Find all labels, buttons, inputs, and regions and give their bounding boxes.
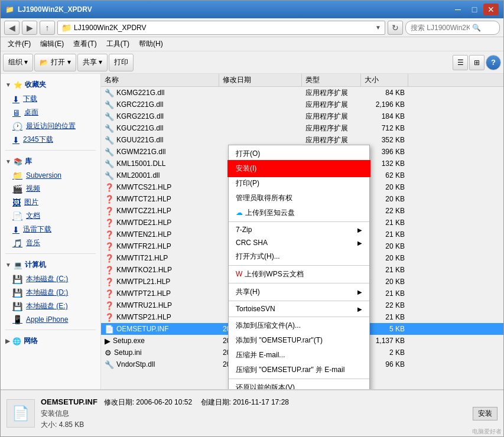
file-name: ❓ KMWTEN21.HLP [101, 230, 219, 239]
subversion-icon: 📁 [12, 171, 22, 180]
help-button[interactable]: ? [486, 55, 501, 70]
favorites-icon: ⭐ [14, 81, 22, 89]
drive-c-icon: 💾 [12, 275, 22, 284]
search-input[interactable] [411, 24, 470, 32]
context-menu-item-10[interactable]: TortoiseSVN▶ [229, 302, 369, 315]
close-button[interactable]: ✕ [483, 4, 499, 15]
address-box[interactable]: 📁 LJ1900Win2K_XPDRV ▼ [57, 21, 385, 35]
menu-view[interactable]: 查看(T) [69, 38, 101, 50]
open-icon: 📂 [40, 58, 48, 67]
status-info: OEMSETUP.INF 修改日期: 2006-06-20 10:52 创建日期… [41, 397, 467, 430]
back-button[interactable]: ◀ [4, 21, 19, 35]
print-button[interactable]: 打印 [109, 54, 134, 71]
ctx-label: 打印(P) [236, 178, 362, 188]
open-button[interactable]: 📂 打开 ▾ [34, 54, 76, 71]
sidebar-item-drive-d[interactable]: 💾 本地磁盘 (D:) [1, 286, 100, 299]
view-button[interactable]: ☰ [453, 55, 468, 70]
menu-file[interactable]: 文件(F) [3, 38, 35, 50]
context-menu-item-1[interactable]: 安装(I) [229, 161, 369, 176]
status-filename-text: OEMSETUP.INF [41, 397, 97, 406]
col-header-date[interactable]: 修改日期 [219, 74, 302, 86]
context-menu-item-15[interactable]: 还原以前的版本(V) [229, 380, 369, 389]
sidebar-item-documents[interactable]: 📄 文档 [1, 209, 100, 223]
context-menu-item-7[interactable]: 打开方式(H)... [229, 249, 369, 264]
file-name-text: KGUC221G.dll [116, 124, 163, 132]
context-menu-item-8[interactable]: W上传到WPS云文档 [229, 267, 369, 282]
computer-header[interactable]: ▼ 💻 计算机 [1, 257, 100, 272]
sidebar-item-subversion[interactable]: 📁 Subversion [1, 169, 100, 182]
col-header-type[interactable]: 类型 [302, 74, 361, 86]
documents-icon: 📄 [12, 211, 22, 221]
table-row[interactable]: 🔧 KGUC221G.dll 应用程序扩展 712 KB [101, 122, 503, 134]
menu-help[interactable]: 帮助(H) [134, 38, 168, 50]
menu-edit[interactable]: 编辑(E) [35, 38, 69, 50]
share-button[interactable]: 共享 ▾ [77, 54, 108, 71]
table-row[interactable]: 🔧 KGMG221G.dll 应用程序扩展 84 KB [101, 87, 503, 99]
file-icon: ❓ [105, 207, 114, 216]
context-menu-item-14[interactable]: 压缩到 "OEMSETUP.rar" 并 E-mail [229, 363, 369, 377]
context-menu-item-2[interactable]: 打印(P) [229, 176, 369, 191]
file-name-text: KGWM221G.dll [116, 148, 165, 156]
network-header[interactable]: ▶ 🌐 网络 [1, 334, 100, 348]
context-menu-item-13[interactable]: 压缩并 E-mail... [229, 348, 369, 363]
file-icon: 🔧 [105, 159, 114, 168]
sidebar-item-drive-e[interactable]: 💾 本地磁盘 (E:) [1, 299, 100, 313]
col-header-name[interactable]: 名称 [101, 74, 219, 86]
sidebar-item-music[interactable]: 🎵 音乐 [1, 236, 100, 250]
sidebar-item-desktop[interactable]: 🖥 桌面 [1, 106, 100, 119]
sidebar-item-thunder[interactable]: ⬇ 迅雷下载 [1, 223, 100, 236]
file-type: 应用程序扩展 [302, 123, 361, 133]
refresh-button[interactable]: ↻ [388, 21, 403, 35]
context-menu-item-11[interactable]: 添加到压缩文件(A)... [229, 318, 369, 333]
search-box[interactable]: 🔍 [405, 21, 500, 35]
sidebar-item-drive-c[interactable]: 💾 本地磁盘 (C:) [1, 272, 100, 286]
minimize-button[interactable]: ─ [450, 4, 466, 15]
main-window: 📁 LJ1900Win2K_XPDRV ─ □ ✕ ◀ ▶ ↑ 📁 LJ1900… [0, 0, 504, 437]
status-size: 大小: 4.85 KB [41, 420, 467, 430]
forward-button[interactable]: ▶ [22, 21, 37, 35]
context-menu-item-9[interactable]: 共享(H)▶ [229, 285, 369, 299]
file-size: 184 KB [361, 112, 408, 120]
table-row[interactable]: 🔧 KGUU221G.dll 应用程序扩展 352 KB [101, 134, 503, 146]
ctx-label: CRC SHA [236, 239, 357, 247]
address-dropdown-icon: ▼ [375, 24, 381, 31]
file-name: ⚙ Setup.ini [101, 348, 219, 357]
context-menu-item-3[interactable]: 管理员取得所有权 [229, 191, 369, 206]
file-icon: 🔧 [105, 112, 114, 121]
table-row[interactable]: 🔧 KGRG221G.dll 应用程序扩展 184 KB [101, 110, 503, 122]
library-header[interactable]: ▼ 📚 库 [1, 154, 100, 169]
file-name: ❓ KMWTDE21.HLP [101, 218, 219, 227]
sidebar-item-2345[interactable]: ⬇ 2345下载 [1, 133, 100, 146]
filelist-header: 名称 修改日期 类型 大小 [101, 74, 503, 87]
context-menu-item-4[interactable]: ☁上传到至知云盘 [229, 206, 369, 220]
watermark: 电脑爱好者 [472, 428, 502, 436]
file-icon: 🔧 [105, 360, 114, 369]
col-header-size[interactable]: 大小 [361, 74, 408, 86]
ctx-label: 压缩到 "OEMSETUP.rar" 并 E-mail [236, 365, 362, 375]
context-menu-item-5[interactable]: 7-Zip▶ [229, 223, 369, 236]
favorites-header[interactable]: ▼ ⭐ 收藏夹 [1, 77, 100, 92]
video-icon: 🎬 [12, 184, 22, 194]
iphone-icon: 📱 [12, 315, 22, 324]
sidebar-drive-d-label: 本地磁盘 (D:) [26, 288, 68, 298]
sidebar-iphone-label: Apple iPhone [26, 315, 68, 324]
menu-tools[interactable]: 工具(T) [102, 38, 134, 50]
ctx-label: 压缩并 E-mail... [236, 350, 362, 360]
up-button[interactable]: ↑ [40, 21, 55, 35]
file-name: ❓ KMWTKO21.HLP [101, 266, 219, 275]
sidebar-item-download[interactable]: ⬇ 下载 [1, 92, 100, 106]
maximize-button[interactable]: □ [467, 4, 482, 15]
context-menu-item-6[interactable]: CRC SHA▶ [229, 236, 369, 249]
organize-button[interactable]: 组织 ▾ [3, 54, 33, 71]
context-menu-item-12[interactable]: 添加到 "OEMSETUP.rar"(T) [229, 333, 369, 348]
table-row[interactable]: 🔧 KGRC221G.dll 应用程序扩展 2,196 KB [101, 99, 503, 110]
sidebar-item-video[interactable]: 🎬 视频 [1, 182, 100, 195]
2345-icon: ⬇ [12, 135, 19, 145]
preview-pane-button[interactable]: ⊞ [469, 55, 485, 70]
context-menu-item-0[interactable]: 打开(O) [229, 146, 369, 161]
sidebar-item-pictures[interactable]: 🖼 图片 [1, 195, 100, 209]
sidebar-item-iphone[interactable]: 📱 Apple iPhone [1, 313, 100, 326]
computer-icon: 💻 [14, 261, 22, 269]
status-icon-glyph: 📄 [12, 405, 30, 422]
sidebar-item-recent[interactable]: 🕐 最近访问的位置 [1, 119, 100, 133]
